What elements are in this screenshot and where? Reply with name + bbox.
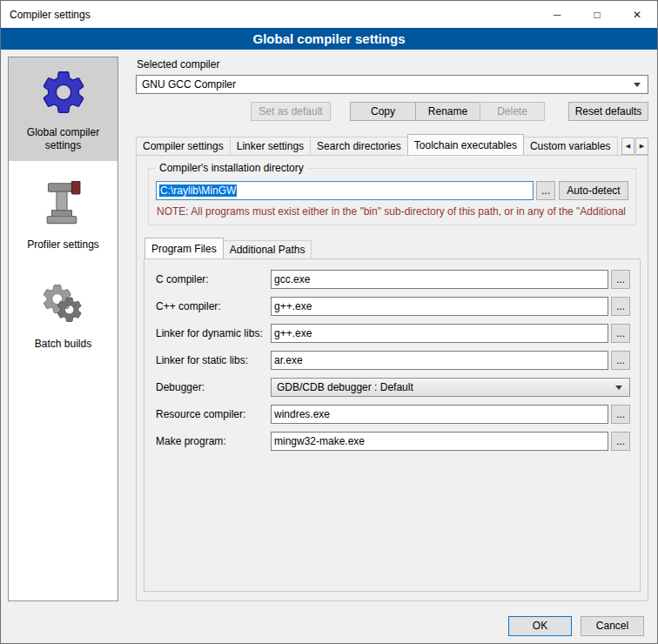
tab-scroll-right-icon[interactable]: ▶ [635, 138, 648, 155]
browse-button[interactable]: ... [611, 324, 630, 343]
subtab-additional-paths[interactable]: Additional Paths [223, 240, 312, 258]
browse-button[interactable]: ... [611, 432, 630, 451]
groupbox-title: Compiler's installation directory [156, 162, 307, 174]
gray-gears-icon [11, 276, 115, 332]
tab-toolchain-executables[interactable]: Toolchain executables [407, 134, 524, 155]
browse-button[interactable]: ... [611, 405, 630, 424]
c-compiler-value: gcc.exe [274, 273, 310, 285]
cancel-button[interactable]: Cancel [581, 616, 644, 636]
debugger-select[interactable]: GDB/CDB debugger : Default [271, 378, 630, 397]
delete-button: Delete [480, 102, 545, 121]
installation-directory-value: C:\raylib\MinGW [159, 184, 237, 197]
chevron-down-icon [634, 83, 641, 87]
cpp-compiler-input[interactable]: g++.exe [271, 297, 608, 316]
profiler-press-icon [11, 177, 115, 232]
sidebar-item-label: Batch builds [11, 338, 115, 351]
form-row-make-program: Make program: mingw32-make.exe ... [156, 432, 630, 451]
settings-category-list: Global compiler settings Profiler settin… [8, 57, 118, 601]
make-program-input[interactable]: mingw32-make.exe [271, 432, 608, 451]
set-as-default-button: Set as default [251, 102, 331, 121]
copy-button[interactable]: Copy [350, 102, 416, 121]
tab-search-directories[interactable]: Search directories [310, 137, 408, 155]
dialog-header: Global compiler settings [1, 28, 657, 50]
tab-scroll-buttons: ◀ ▶ [618, 136, 648, 155]
selected-compiler-label: Selected compiler [137, 58, 648, 70]
browse-button[interactable]: ... [611, 297, 630, 316]
sidebar-item-global-compiler-settings[interactable]: Global compiler settings [9, 57, 118, 161]
tab-compiler-settings[interactable]: Compiler settings [136, 137, 231, 155]
selected-compiler-value: GNU GCC Compiler [142, 78, 236, 91]
browse-button[interactable]: ... [611, 351, 630, 370]
form-row-resource-compiler: Resource compiler: windres.exe ... [156, 405, 630, 424]
debugger-value: GDB/CDB debugger : Default [277, 381, 413, 393]
settings-tabbar: Compiler settings Linker settings Search… [136, 134, 648, 155]
caption-buttons: ─ □ ✕ [537, 1, 657, 28]
close-button[interactable]: ✕ [617, 1, 657, 28]
form-row-c-compiler: C compiler: gcc.exe ... [156, 270, 630, 289]
toolchain-executables-page: Compiler's installation directory C:\ray… [136, 155, 648, 601]
reset-defaults-button[interactable]: Reset defaults [568, 102, 648, 121]
rename-button[interactable]: Rename [415, 102, 480, 121]
browse-directory-button[interactable]: ... [536, 181, 555, 200]
installation-directory-input[interactable]: C:\raylib\MinGW [156, 181, 534, 200]
form-row-static-linker: Linker for static libs: ar.exe ... [156, 351, 630, 370]
dynamic-libs-linker-value: g++.exe [274, 327, 312, 339]
resource-compiler-input[interactable]: windres.exe [271, 405, 608, 424]
titlebar: Compiler settings ─ □ ✕ [1, 1, 657, 28]
c-compiler-input[interactable]: gcc.exe [271, 270, 608, 289]
dialog-body: Global compiler settings Profiler settin… [1, 50, 657, 608]
field-label: Resource compiler: [156, 408, 271, 420]
window-title: Compiler settings [1, 9, 91, 21]
sidebar-item-label: Global compiler settings [11, 126, 115, 152]
subtab-program-files[interactable]: Program Files [144, 238, 224, 258]
field-label: C compiler: [156, 273, 271, 285]
form-row-debugger: Debugger: GDB/CDB debugger : Default [156, 378, 630, 397]
static-libs-linker-input[interactable]: ar.exe [271, 351, 608, 370]
cpp-compiler-value: g++.exe [274, 300, 312, 312]
sidebar-item-batch-builds[interactable]: Batch builds [9, 269, 118, 359]
field-label: Linker for static libs: [156, 354, 271, 366]
field-label: Make program: [156, 435, 271, 447]
toolchain-subtabbar: Program Files Additional Paths [144, 238, 641, 258]
dialog-footer: OK Cancel [1, 608, 657, 643]
browse-button[interactable]: ... [611, 270, 630, 289]
ok-button[interactable]: OK [508, 616, 572, 636]
sidebar-item-label: Profiler settings [11, 238, 115, 252]
program-files-page: C compiler: gcc.exe ... C++ compiler: g+… [144, 258, 641, 592]
compiler-actions: Set as default Copy Rename Delete Reset … [136, 102, 648, 121]
make-program-value: mingw32-make.exe [274, 435, 365, 447]
compiler-settings-window: Compiler settings ─ □ ✕ Global compiler … [0, 0, 658, 644]
sidebar-item-profiler-settings[interactable]: Profiler settings [9, 170, 118, 260]
bin-subdirectory-note: NOTE: All programs must exist either in … [157, 205, 628, 218]
static-libs-linker-value: ar.exe [274, 354, 303, 366]
resource-compiler-value: windres.exe [274, 408, 330, 420]
tab-linker-settings[interactable]: Linker settings [230, 137, 311, 155]
field-label: Debugger: [156, 381, 271, 393]
minimize-button[interactable]: ─ [537, 1, 577, 28]
form-row-dynamic-linker: Linker for dynamic libs: g++.exe ... [156, 324, 630, 343]
maximize-button[interactable]: □ [577, 1, 617, 28]
blue-gear-icon [11, 64, 115, 120]
dynamic-libs-linker-input[interactable]: g++.exe [271, 324, 608, 343]
installation-directory-row: C:\raylib\MinGW ... Auto-detect [156, 181, 628, 200]
chevron-down-icon [615, 386, 622, 390]
tab-scroll-left-icon[interactable]: ◀ [621, 138, 634, 155]
selected-compiler-dropdown[interactable]: GNU GCC Compiler [136, 75, 648, 94]
field-label: Linker for dynamic libs: [156, 327, 271, 339]
auto-detect-button[interactable]: Auto-detect [559, 181, 628, 200]
field-label: C++ compiler: [156, 300, 271, 312]
installation-directory-groupbox: Compiler's installation directory C:\ray… [148, 168, 636, 225]
main-panel: Selected compiler GNU GCC Compiler Set a… [127, 57, 650, 601]
form-row-cpp-compiler: C++ compiler: g++.exe ... [156, 297, 630, 316]
tab-custom-variables[interactable]: Custom variables [523, 137, 618, 155]
